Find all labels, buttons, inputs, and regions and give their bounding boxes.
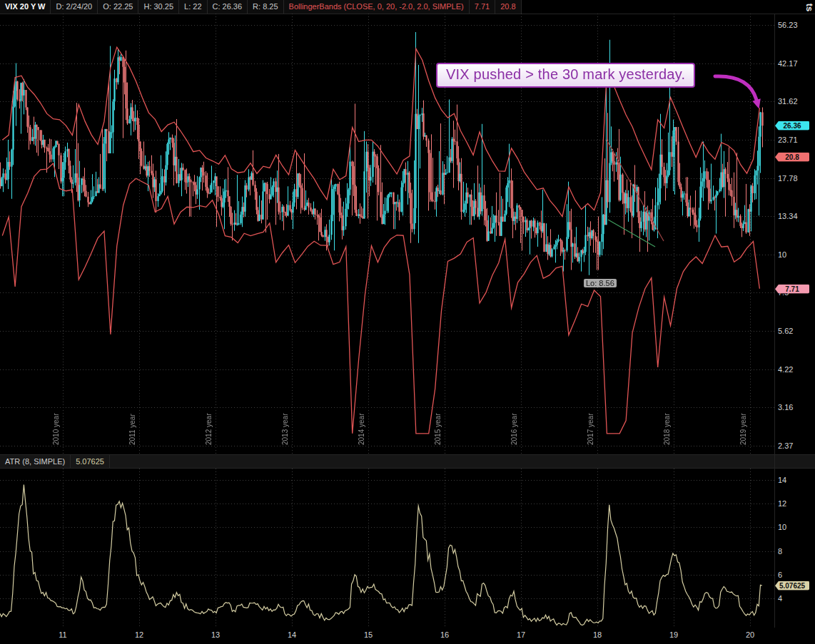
ohlc-field: L: 22	[179, 0, 207, 14]
atr-axis-label: 8	[778, 547, 782, 556]
band-lower-badge: 7.71	[775, 285, 809, 294]
year-gridline-label: 2012 year	[205, 401, 213, 445]
atr-axis-label: 6	[778, 571, 782, 579]
platform-logo: ts	[805, 4, 815, 12]
atr-value-badge: 5.07625	[775, 581, 809, 591]
time-axis-label[interactable]: 18	[593, 630, 602, 639]
year-gridline-label: 2013 year	[281, 401, 289, 445]
year-gridline-label: 2019 year	[739, 401, 747, 445]
year-gridline-label: 2017 year	[587, 401, 594, 445]
atr-axis-label: 10	[778, 523, 786, 531]
chart-header-bar: VIX 20 Y W D: 2/24/20O: 22.25H: 30.25L: …	[0, 0, 815, 14]
atr-axis-label: 14	[778, 476, 786, 484]
time-axis-label[interactable]: 15	[364, 630, 373, 639]
year-gridline-label: 2018 year	[663, 401, 671, 445]
price-axis-label: 10	[778, 250, 786, 259]
ohlc-field: O: 22.25	[98, 0, 138, 14]
study-value: 20.8	[495, 0, 521, 14]
study-label[interactable]: BollingerBands (CLOSE, 0, 20, -2.0, 2.0,…	[284, 0, 470, 14]
trading-platform-window: { "header": { "symbol": "VIX 20 Y W", "f…	[0, 0, 815, 644]
atr-study-label[interactable]: ATR (8, SIMPLE)	[0, 455, 71, 468]
time-axis-label[interactable]: 20	[746, 630, 754, 639]
price-axis-label: 17.78	[778, 174, 798, 183]
year-gridline-label: 2010 year	[52, 401, 60, 445]
last-close-badge: 26.36	[775, 121, 809, 131]
price-axis-label: 2.37	[778, 441, 793, 450]
time-axis-label[interactable]: 13	[211, 630, 220, 639]
atr-study-value: 5.07625	[71, 455, 110, 468]
year-gridline-label: 2011 year	[128, 401, 136, 445]
year-gridline-label: 2016 year	[510, 401, 518, 445]
axis-divider	[774, 14, 775, 628]
price-axis-label: 5.62	[778, 327, 793, 335]
symbol-title[interactable]: VIX 20 Y W	[0, 0, 51, 14]
ohlc-readout: D: 2/24/20O: 22.25H: 30.25L: 22C: 26.36R…	[51, 0, 283, 14]
time-axis-label[interactable]: 17	[517, 630, 525, 639]
ohlc-field: C: 26.36	[208, 0, 248, 14]
price-axis-label: 56.23	[778, 21, 798, 29]
time-axis-label[interactable]: 19	[669, 630, 678, 639]
time-axis-label[interactable]: 12	[135, 630, 143, 639]
time-axis-label[interactable]: 11	[59, 630, 66, 639]
low-value-marker: Lo: 8.56	[584, 279, 617, 287]
lower-panel-header: ATR (8, SIMPLE) 5.07625	[0, 454, 815, 469]
atr-chart-canvas[interactable]	[0, 469, 774, 628]
ohlc-field: R: 8.25	[248, 0, 283, 14]
atr-axis-label: 12	[778, 499, 786, 508]
price-axis-label: 42.17	[778, 59, 798, 68]
price-axis-label: 31.62	[778, 97, 798, 106]
study-value: 7.71	[470, 0, 495, 14]
time-axis-label[interactable]: 16	[440, 630, 449, 639]
year-gridline-label: 2014 year	[358, 401, 365, 445]
price-axis-label: 3.16	[778, 403, 793, 412]
atr-axis-label: 4	[778, 594, 782, 603]
price-axis-label: 23.71	[778, 136, 798, 144]
band-upper-badge: 20.8	[775, 153, 809, 162]
year-gridline-label: 2015 year	[434, 401, 442, 445]
ohlc-field: H: 30.25	[138, 0, 179, 14]
time-axis-label[interactable]: 14	[288, 630, 296, 639]
price-axis-label: 4.22	[778, 365, 793, 374]
study-values: 7.7120.8	[470, 0, 522, 14]
price-axis-label: 13.34	[778, 212, 798, 220]
ohlc-field: D: 2/24/20	[51, 0, 98, 14]
annotation-note[interactable]: VIX pushed > the 30 mark yesterday.	[436, 63, 695, 88]
